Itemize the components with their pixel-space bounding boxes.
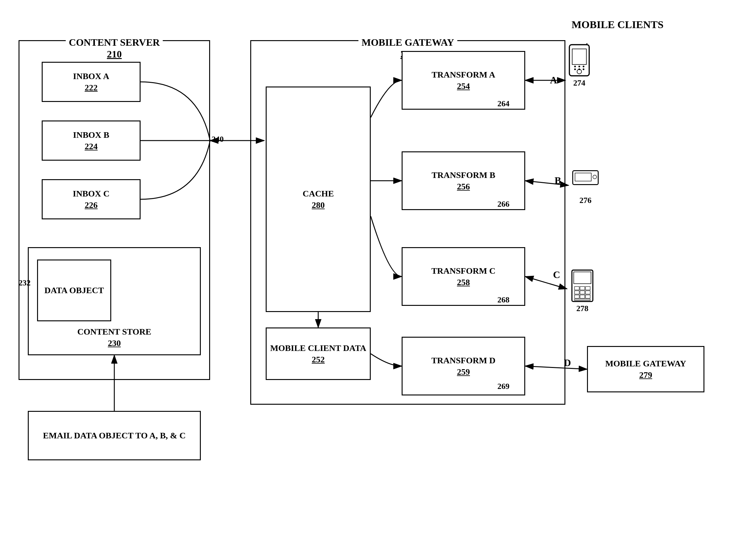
email-data-label: EMAIL DATA OBJECT TO A, B, & C (43, 430, 186, 441)
svg-rect-20 (585, 291, 590, 294)
transform-d-label: TRANSFORM D (431, 355, 496, 366)
client-b-number: 276 (579, 196, 592, 205)
n264-label: 264 (497, 99, 509, 109)
svg-rect-17 (585, 287, 590, 290)
conn-b-label: B (555, 175, 561, 186)
svg-rect-15 (575, 287, 579, 290)
conn-a-label: A (550, 74, 557, 86)
svg-rect-1 (572, 49, 586, 64)
inbox-a-label: INBOX A (73, 71, 109, 82)
inbox-b-box: INBOX B 224 (42, 120, 141, 161)
diagram: CONTENT SERVER 210 MOBILE GATEWAY 250 IN… (0, 0, 756, 536)
svg-rect-14 (574, 272, 591, 284)
transform-c-label: TRANSFORM C (431, 266, 496, 276)
mobile-client-data-number: 252 (312, 355, 325, 365)
client-a-device: 274 (565, 43, 593, 88)
svg-point-8 (583, 69, 584, 70)
pda-icon (569, 269, 596, 303)
svg-rect-16 (580, 287, 584, 290)
n268-label: 268 (497, 295, 509, 305)
svg-point-5 (583, 65, 584, 67)
cache-box: CACHE 280 (266, 86, 371, 312)
svg-rect-18 (575, 291, 579, 294)
n269-label: 269 (497, 382, 509, 391)
transform-b-number: 256 (457, 182, 470, 191)
mobile-clients-title: MOBILE CLIENTS (572, 18, 664, 31)
transform-d-number: 259 (457, 367, 470, 377)
client-a-number: 274 (574, 79, 585, 88)
mobile-gateway-external-number: 279 (639, 370, 652, 380)
svg-point-12 (593, 175, 597, 179)
svg-point-3 (574, 65, 576, 67)
svg-rect-13 (572, 270, 593, 302)
svg-point-6 (574, 69, 576, 70)
svg-rect-23 (585, 295, 590, 298)
conn-d-label: D (564, 357, 571, 369)
inbox-c-box: INBOX C 226 (42, 179, 141, 219)
data-object-box: DATA OBJECT (37, 259, 111, 321)
transform-a-label: TRANSFORM A (432, 70, 495, 80)
svg-point-4 (578, 65, 580, 67)
phone-icon (565, 43, 593, 77)
svg-rect-21 (575, 295, 579, 298)
pager-icon (572, 161, 599, 195)
conn-c-label: C (553, 269, 560, 281)
svg-rect-24 (575, 299, 590, 300)
svg-rect-22 (580, 295, 584, 298)
inbox-b-label: INBOX B (73, 130, 109, 140)
inbox-a-box: INBOX A 222 (42, 62, 141, 102)
cache-label: CACHE (303, 188, 334, 199)
svg-point-7 (578, 69, 580, 70)
svg-rect-19 (580, 291, 584, 294)
svg-rect-11 (575, 173, 591, 181)
n240-label: 240 (212, 134, 224, 144)
transform-a-number: 254 (457, 81, 470, 91)
inbox-a-number: 222 (85, 83, 98, 93)
mobile-gateway-external-box: MOBILE GATEWAY 279 (587, 346, 705, 392)
mobile-gateway-external-label: MOBILE GATEWAY (605, 358, 686, 369)
content-store-number: 230 (77, 338, 151, 348)
transform-c-number: 258 (457, 278, 470, 287)
n266-label: 266 (497, 199, 509, 209)
transform-b-label: TRANSFORM B (432, 170, 495, 181)
mobile-client-data-box: MOBILE CLIENT DATA 252 (266, 327, 371, 380)
client-c-number: 278 (576, 304, 589, 313)
inbox-c-number: 226 (85, 200, 98, 210)
client-c-device: 278 (569, 269, 596, 313)
email-data-box: EMAIL DATA OBJECT TO A, B, & C (28, 411, 201, 460)
cache-number: 280 (303, 200, 334, 210)
content-store-label: CONTENT STORE (77, 326, 151, 337)
mobile-client-data-label: MOBILE CLIENT DATA (270, 343, 366, 353)
client-b-device: 276 (572, 161, 599, 205)
ref-232-label: 232 (18, 278, 31, 287)
content-server-label: CONTENT SERVER 210 (66, 36, 163, 60)
inbox-b-number: 224 (85, 142, 98, 151)
data-object-label: DATA OBJECT (45, 285, 104, 296)
inbox-c-label: INBOX C (73, 188, 109, 199)
